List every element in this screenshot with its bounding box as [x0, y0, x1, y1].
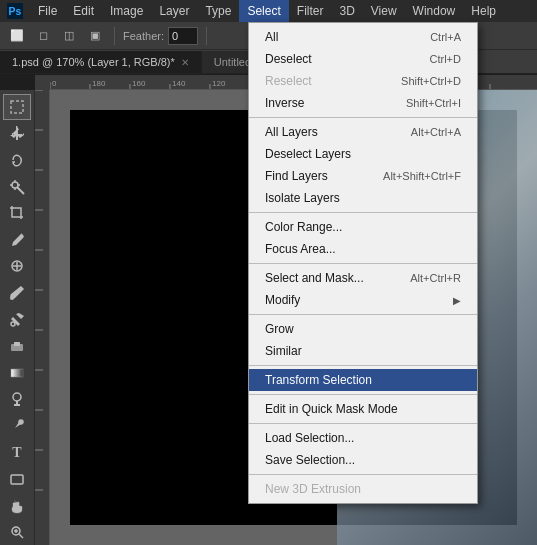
tool-options-icon1[interactable]: ⬜	[6, 25, 28, 47]
menu-select[interactable]: Select	[239, 0, 288, 22]
tool-marquee[interactable]	[3, 94, 31, 120]
section-load-save: Load Selection... Save Selection...	[249, 424, 477, 475]
tool-eraser[interactable]	[3, 333, 31, 359]
svg-text:0: 0	[52, 79, 57, 88]
menu-help[interactable]: Help	[463, 0, 504, 22]
tool-options-icon4[interactable]: ▣	[84, 25, 106, 47]
svg-line-56	[19, 534, 23, 538]
svg-point-46	[11, 322, 15, 326]
app-logo: Ps	[4, 0, 26, 22]
tool-heal[interactable]	[3, 254, 31, 280]
tool-crop[interactable]	[3, 200, 31, 226]
menu-item-reselect: Reselect Shift+Ctrl+D	[249, 70, 477, 92]
select-menu[interactable]: All Ctrl+A Deselect Ctrl+D Reselect Shif…	[248, 22, 478, 504]
menu-file[interactable]: File	[30, 0, 65, 22]
menu-item-focus-area[interactable]: Focus Area...	[249, 238, 477, 260]
menu-item-new-3d-extrusion: New 3D Extrusion	[249, 478, 477, 500]
tab-1[interactable]: 1.psd @ 170% (Layer 1, RGB/8)* ✕	[0, 51, 202, 73]
menu-item-isolate-layers[interactable]: Isolate Layers	[249, 187, 477, 209]
svg-text:Ps: Ps	[9, 6, 22, 17]
tab-1-close[interactable]: ✕	[181, 57, 189, 68]
svg-text:140: 140	[172, 79, 186, 88]
menu-window[interactable]: Window	[405, 0, 464, 22]
tool-gradient[interactable]	[3, 360, 31, 386]
tool-shape[interactable]	[3, 466, 31, 492]
section-transform: Transform Selection	[249, 366, 477, 395]
svg-marker-35	[10, 126, 24, 140]
menu-layer[interactable]: Layer	[151, 0, 197, 22]
tool-eyedropper[interactable]	[3, 227, 31, 253]
ruler-vertical: 0	[35, 90, 50, 545]
menu-filter[interactable]: Filter	[289, 0, 332, 22]
menu-item-transform-selection[interactable]: Transform Selection	[249, 369, 477, 391]
tool-zoom[interactable]	[3, 520, 31, 546]
svg-rect-34	[11, 101, 23, 113]
menu-item-modify[interactable]: Modify ▶	[249, 289, 477, 311]
tool-pen[interactable]	[3, 413, 31, 439]
menu-item-all[interactable]: All Ctrl+A	[249, 26, 477, 48]
menu-view[interactable]: View	[363, 0, 405, 22]
left-toolbar: T	[0, 90, 35, 545]
section-layers: All Layers Alt+Ctrl+A Deselect Layers Fi…	[249, 118, 477, 213]
menubar: Ps File Edit Image Layer Type Select Fil…	[0, 0, 537, 22]
menu-item-load-selection[interactable]: Load Selection...	[249, 427, 477, 449]
menu-item-similar[interactable]: Similar	[249, 340, 477, 362]
separator1	[114, 27, 115, 45]
menu-item-grow[interactable]: Grow	[249, 318, 477, 340]
ruler-corner	[35, 75, 50, 90]
section-basic: All Ctrl+A Deselect Ctrl+D Reselect Shif…	[249, 23, 477, 118]
menu-item-edit-quick-mask[interactable]: Edit in Quick Mask Mode	[249, 398, 477, 420]
tool-text[interactable]: T	[3, 440, 31, 466]
svg-text:180: 180	[92, 79, 106, 88]
svg-text:120: 120	[212, 79, 226, 88]
menu-item-select-and-mask[interactable]: Select and Mask... Alt+Ctrl+R	[249, 267, 477, 289]
svg-rect-49	[11, 369, 23, 377]
feather-input[interactable]	[168, 27, 198, 45]
svg-rect-21	[35, 90, 50, 545]
menu-item-color-range[interactable]: Color Range...	[249, 216, 477, 238]
svg-point-45	[10, 296, 14, 300]
section-quick-mask: Edit in Quick Mask Mode	[249, 395, 477, 424]
svg-rect-54	[11, 475, 23, 484]
separator2	[206, 27, 207, 45]
menu-item-deselect[interactable]: Deselect Ctrl+D	[249, 48, 477, 70]
menu-type[interactable]: Type	[197, 0, 239, 22]
svg-point-37	[12, 182, 18, 188]
menu-item-find-layers[interactable]: Find Layers Alt+Shift+Ctrl+F	[249, 165, 477, 187]
svg-point-50	[13, 393, 21, 401]
tool-lasso[interactable]	[3, 147, 31, 173]
section-range: Color Range... Focus Area...	[249, 213, 477, 264]
tab-1-label: 1.psd @ 170% (Layer 1, RGB/8)*	[12, 56, 175, 68]
menu-item-save-selection[interactable]: Save Selection...	[249, 449, 477, 471]
tool-options-icon2[interactable]: ◻	[32, 25, 54, 47]
menu-item-inverse[interactable]: Inverse Shift+Ctrl+I	[249, 92, 477, 114]
svg-rect-48	[14, 342, 20, 346]
tool-options-icon3[interactable]: ◫	[58, 25, 80, 47]
tool-clone[interactable]	[3, 307, 31, 333]
svg-text:160: 160	[132, 79, 146, 88]
tool-move[interactable]	[3, 121, 31, 147]
menu-item-all-layers[interactable]: All Layers Alt+Ctrl+A	[249, 121, 477, 143]
menu-edit[interactable]: Edit	[65, 0, 102, 22]
tool-dodge[interactable]	[3, 387, 31, 413]
tool-brush[interactable]	[3, 280, 31, 306]
svg-line-36	[17, 187, 24, 194]
tool-magic-wand[interactable]	[3, 174, 31, 200]
menu-image[interactable]: Image	[102, 0, 151, 22]
menu-3d[interactable]: 3D	[331, 0, 362, 22]
section-grow: Grow Similar	[249, 315, 477, 366]
section-3d: New 3D Extrusion	[249, 475, 477, 503]
tool-hand[interactable]	[3, 493, 31, 519]
feather-label: Feather:	[123, 30, 164, 42]
section-mask: Select and Mask... Alt+Ctrl+R Modify ▶	[249, 264, 477, 315]
menu-item-deselect-layers[interactable]: Deselect Layers	[249, 143, 477, 165]
